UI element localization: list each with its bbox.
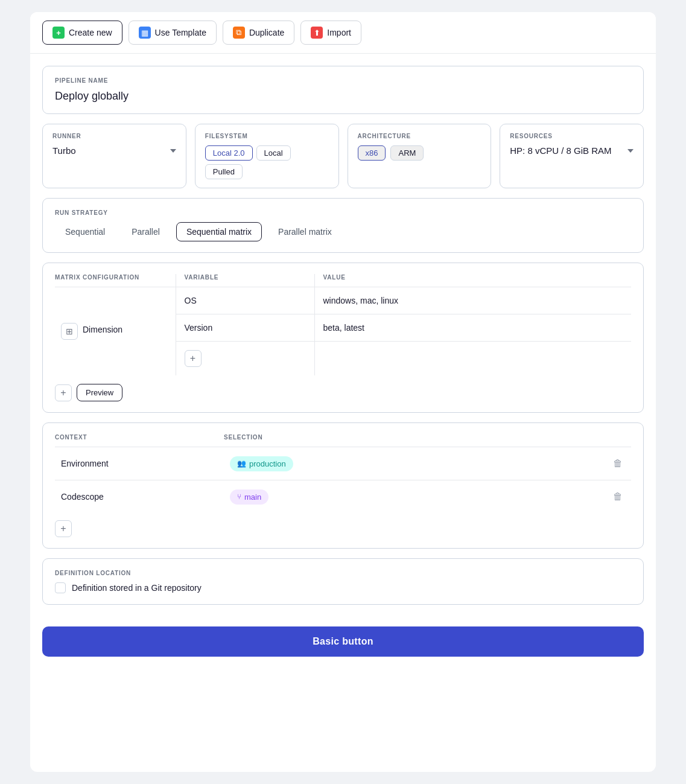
dimension-label: Dimension	[83, 323, 122, 334]
resources-value: HP: 8 vCPU / 8 GiB RAM	[510, 145, 611, 156]
context-card: CONTEXT SELECTION Environment 👥 producti…	[42, 422, 644, 549]
run-strategy-label: RUN STRATEGY	[55, 209, 631, 216]
create-new-label: Create new	[69, 28, 112, 37]
resources-card: RESOURCES HP: 8 vCPU / 8 GiB RAM	[500, 124, 644, 188]
import-button[interactable]: ⬆ Import	[300, 21, 361, 45]
preview-button[interactable]: Preview	[77, 384, 122, 401]
add-variable-button[interactable]: +	[185, 350, 202, 367]
matrix-config-col-header: MATRIX CONFIGURATION	[55, 274, 176, 287]
git-repo-checkbox[interactable]	[55, 582, 66, 593]
runner-value: Turbo	[52, 145, 76, 156]
table-row: Environment 👥 production 🗑	[55, 447, 631, 480]
use-template-label: Use Template	[155, 28, 206, 37]
context-footer: +	[55, 520, 631, 537]
bottom-bar: Basic button	[30, 617, 656, 657]
definition-location-label: DEFINITION LOCATION	[55, 570, 631, 576]
filesystem-option-local20[interactable]: Local 2.0	[205, 145, 253, 161]
matrix-table: MATRIX CONFIGURATION VARIABLE VALUE ⊞ Di…	[55, 274, 631, 375]
use-template-button[interactable]: ▦ Use Template	[129, 21, 217, 45]
table-row: Codescope ⑂ main 🗑	[55, 480, 631, 514]
filesystem-label: FILESYSTEM	[205, 133, 329, 139]
context-codescope: Codescope	[55, 480, 224, 514]
runner-row: RUNNER Turbo FILESYSTEM Local 2.0 Local …	[42, 124, 644, 188]
value-version: beta, latest	[314, 314, 631, 342]
runner-select[interactable]: Turbo	[52, 145, 176, 156]
architecture-card: ARCHITECTURE x86 ARM	[348, 124, 492, 188]
create-icon: +	[52, 27, 65, 39]
runner-chevron-icon	[170, 149, 176, 153]
toolbar: + Create new ▦ Use Template ⧉ Duplicate …	[30, 12, 656, 54]
resources-label: RESOURCES	[510, 133, 634, 139]
dimension-cell: ⊞ Dimension	[55, 287, 176, 376]
import-icon: ⬆	[311, 27, 323, 39]
filesystem-card: FILESYSTEM Local 2.0 Local Pulled	[195, 124, 339, 188]
strategy-parallel-matrix[interactable]: Parallel matrix	[268, 222, 342, 241]
selection-col-header: SELECTION	[224, 434, 601, 447]
duplicate-label: Duplicate	[249, 28, 284, 37]
context-environment: Environment	[55, 447, 224, 480]
context-body: Environment 👥 production 🗑 Codescope	[55, 447, 631, 514]
matrix-body: ⊞ Dimension OS windows, mac, linux Versi…	[55, 287, 631, 376]
add-variable-cell: +	[176, 342, 314, 376]
branch-icon: ⑂	[237, 492, 241, 501]
table-row: ⊞ Dimension OS windows, mac, linux	[55, 287, 631, 314]
delete-codescope-button[interactable]: 🗑	[611, 489, 625, 505]
basic-button[interactable]: Basic button	[42, 626, 644, 657]
delete-codescope-cell: 🗑	[601, 480, 631, 514]
add-context-button[interactable]: +	[55, 520, 72, 537]
variable-col-header: VARIABLE	[176, 274, 314, 287]
tag-production-label: production	[249, 459, 286, 468]
runner-card: RUNNER Turbo	[42, 124, 186, 188]
arch-arm[interactable]: ARM	[390, 145, 424, 161]
page-container: + Create new ▦ Use Template ⧉ Duplicate …	[30, 12, 656, 772]
pipeline-name-value: Deploy globally	[55, 90, 631, 103]
duplicate-button[interactable]: ⧉ Duplicate	[223, 21, 294, 45]
tag-main: ⑂ main	[230, 489, 268, 505]
strategy-parallel[interactable]: Parallel	[121, 222, 170, 241]
filesystem-option-local[interactable]: Local	[256, 145, 291, 161]
context-table: CONTEXT SELECTION Environment 👥 producti…	[55, 434, 631, 513]
strategy-options: Sequential Parallel Sequential matrix Pa…	[55, 222, 631, 241]
content-area: PIPELINE NAME Deploy globally RUNNER Tur…	[30, 54, 656, 617]
strategy-sequential[interactable]: Sequential	[55, 222, 115, 241]
filesystem-option-pulled[interactable]: Pulled	[205, 164, 243, 179]
runner-label: RUNNER	[52, 133, 176, 139]
definition-checkbox-row: Definition stored in a Git repository	[55, 582, 631, 593]
action-col-header	[601, 434, 631, 447]
people-icon: 👥	[237, 459, 246, 468]
context-col-header: CONTEXT	[55, 434, 224, 447]
add-value-cell	[314, 342, 631, 376]
template-icon: ▦	[139, 27, 151, 39]
matrix-footer: + Preview	[55, 384, 631, 401]
filesystem-options: Local 2.0 Local Pulled	[205, 145, 329, 179]
architecture-label: ARCHITECTURE	[358, 133, 481, 139]
architecture-options: x86 ARM	[358, 145, 481, 161]
matrix-config-card: MATRIX CONFIGURATION VARIABLE VALUE ⊞ Di…	[42, 263, 644, 413]
delete-environment-cell: 🗑	[601, 447, 631, 480]
add-dimension-button[interactable]: +	[55, 384, 72, 401]
value-os: windows, mac, linux	[314, 287, 631, 314]
create-new-button[interactable]: + Create new	[42, 21, 122, 45]
tag-main-label: main	[244, 492, 261, 502]
pipeline-name-label: PIPELINE NAME	[55, 77, 631, 84]
selection-environment: 👥 production	[224, 447, 601, 480]
value-col-header: VALUE	[314, 274, 631, 287]
definition-location-card: DEFINITION LOCATION Definition stored in…	[42, 558, 644, 605]
delete-environment-button[interactable]: 🗑	[611, 456, 625, 471]
git-repo-label: Definition stored in a Git repository	[72, 583, 202, 593]
resources-select[interactable]: HP: 8 vCPU / 8 GiB RAM	[510, 145, 634, 156]
selection-codescope: ⑂ main	[224, 480, 601, 514]
run-strategy-card: RUN STRATEGY Sequential Parallel Sequent…	[42, 198, 644, 253]
dimension-icon: ⊞	[61, 323, 78, 340]
import-label: Import	[327, 28, 351, 37]
strategy-sequential-matrix[interactable]: Sequential matrix	[176, 222, 262, 241]
tag-production: 👥 production	[230, 456, 293, 471]
duplicate-icon: ⧉	[233, 27, 245, 39]
variable-version: Version	[176, 314, 314, 342]
variable-os: OS	[176, 287, 314, 314]
resources-chevron-icon	[627, 149, 634, 153]
pipeline-name-card: PIPELINE NAME Deploy globally	[42, 66, 644, 114]
arch-x86[interactable]: x86	[358, 145, 386, 161]
